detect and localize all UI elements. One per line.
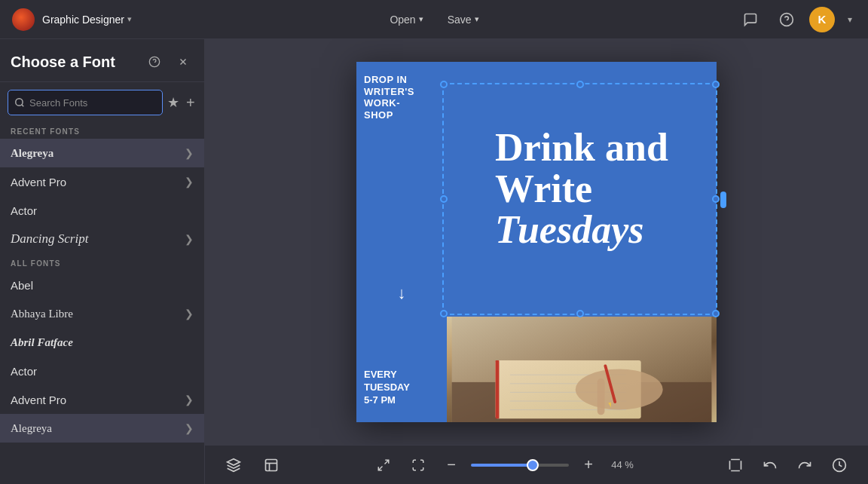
fit-page-button[interactable] xyxy=(370,452,397,479)
topbar: Graphic Designer ▾ Open ▾ Save ▾ K ▾ xyxy=(0,0,868,39)
chevron-right-icon: ❯ xyxy=(185,233,194,245)
font-item-advent-pro-all[interactable]: Advent Pro ❯ xyxy=(0,385,204,414)
font-name-label: Abril Fatface xyxy=(11,336,73,349)
help-circle-icon xyxy=(148,56,160,68)
topbar-center-actions: Open ▾ Save ▾ xyxy=(381,9,487,30)
layers-button[interactable] xyxy=(220,452,247,479)
comment-icon xyxy=(743,12,758,27)
history-button[interactable] xyxy=(826,452,853,479)
redo-button[interactable] xyxy=(791,452,818,479)
recent-fonts-label: RECENT FONTS xyxy=(0,121,204,139)
font-item-advent-pro-recent[interactable]: Advent Pro ❯ xyxy=(0,167,204,196)
poster-top-left-text: DROP INWRITER'SWORK-SHOP xyxy=(364,74,439,121)
main-area: Choose a Font ★ + RECENT xyxy=(0,39,868,484)
avatar-chevron-button[interactable]: ▾ xyxy=(844,6,856,33)
help-icon xyxy=(779,12,794,27)
font-item-abril-fatface[interactable]: Abril Fatface xyxy=(0,328,204,357)
poster-image xyxy=(447,317,717,422)
favorites-filter-button[interactable]: ★ xyxy=(167,90,180,115)
star-icon: ★ xyxy=(167,94,179,111)
font-item-actor-recent[interactable]: Actor xyxy=(0,196,204,225)
writing-scene-illustration xyxy=(447,317,717,422)
zoom-slider[interactable] xyxy=(471,464,569,467)
font-name-label: Abhaya Libre xyxy=(11,308,73,320)
svg-line-26 xyxy=(378,466,382,470)
layout-icon xyxy=(264,458,279,473)
font-name-label: Actor xyxy=(11,365,37,378)
font-name-label: Abel xyxy=(11,279,33,292)
sidebar-title: Choose a Font xyxy=(11,54,115,71)
fit-screen-button[interactable] xyxy=(722,452,749,479)
font-name-label: Advent Pro xyxy=(11,394,66,406)
svg-line-7 xyxy=(22,105,24,107)
app-logo xyxy=(12,8,35,31)
poster-down-arrow: ↓ xyxy=(364,283,439,309)
help-button[interactable] xyxy=(773,6,800,33)
poster-main-title: Drink andWriteTuesdays xyxy=(481,112,682,266)
close-icon xyxy=(178,57,188,67)
save-menu-button[interactable]: Save ▾ xyxy=(439,9,488,30)
topbar-right-actions: K ▾ xyxy=(737,6,856,33)
sidebar-header: Choose a Font xyxy=(0,39,204,82)
font-name-label: Alegreya xyxy=(11,422,52,435)
comments-button[interactable] xyxy=(737,6,764,33)
search-input[interactable] xyxy=(25,97,156,109)
app-name-chevron: ▾ xyxy=(127,14,132,24)
font-item-actor-all[interactable]: Actor xyxy=(0,357,204,385)
poster-bottom-left-text: EVERYTUESDAY5-7 PM xyxy=(364,369,439,407)
fullscreen-icon xyxy=(411,458,425,472)
selection-handle-tr[interactable] xyxy=(712,81,720,88)
sidebar-close-button[interactable] xyxy=(173,51,194,72)
undo-icon xyxy=(763,458,778,473)
svg-rect-22 xyxy=(266,459,277,470)
canvas-area[interactable]: DROP INWRITER'SWORK-SHOP ↓ Drink andWrit… xyxy=(205,39,868,484)
search-input-wrap xyxy=(8,90,163,115)
chevron-right-icon: ❯ xyxy=(185,422,194,434)
plus-icon: + xyxy=(186,94,195,112)
svg-rect-11 xyxy=(496,360,500,418)
zoom-in-button[interactable]: + xyxy=(576,453,601,477)
sidebar-help-button[interactable] xyxy=(144,51,165,72)
selection-handle-tm[interactable] xyxy=(576,81,584,88)
chevron-right-icon: ❯ xyxy=(185,176,194,188)
bottombar-center-zoom: − + 44 % xyxy=(370,452,637,479)
undo-button[interactable] xyxy=(756,452,784,479)
font-name-label: Dancing Script xyxy=(11,231,88,247)
user-avatar[interactable]: K xyxy=(809,7,835,32)
bottombar-left-tools xyxy=(220,452,285,479)
redo-icon xyxy=(797,458,812,473)
open-menu-button[interactable]: Open ▾ xyxy=(381,9,432,30)
poster-bottom-left-panel: EVERYTUESDAY5-7 PM xyxy=(356,317,447,422)
font-item-alegreya-recent[interactable]: Alegreya ❯ xyxy=(0,139,204,167)
chevron-right-icon: ❯ xyxy=(185,308,194,320)
font-item-abhaya-libre[interactable]: Abhaya Libre ❯ xyxy=(0,299,204,328)
font-picker-sidebar: Choose a Font ★ + RECENT xyxy=(0,39,205,484)
chevron-right-icon: ❯ xyxy=(185,394,194,406)
poster-canvas[interactable]: DROP INWRITER'SWORK-SHOP ↓ Drink andWrit… xyxy=(356,62,717,422)
layout-button[interactable] xyxy=(258,452,285,479)
font-item-abel[interactable]: Abel xyxy=(0,271,204,299)
zoom-slider-wrap xyxy=(471,464,569,467)
search-icon xyxy=(14,97,25,108)
selection-handle-mr[interactable] xyxy=(712,195,720,203)
add-font-button[interactable]: + xyxy=(185,90,197,115)
svg-marker-21 xyxy=(228,458,240,464)
poster-top-right-panel: Drink andWriteTuesdays xyxy=(447,62,717,317)
bottombar-right-tools xyxy=(722,452,853,479)
bottombar: − + 44 % xyxy=(205,445,868,484)
app-name-button[interactable]: Graphic Designer ▾ xyxy=(42,14,132,26)
layers-icon xyxy=(226,458,241,473)
fullscreen-button[interactable] xyxy=(405,452,432,479)
svg-rect-18 xyxy=(598,378,605,415)
app-name-label: Graphic Designer xyxy=(42,14,124,26)
font-search-bar: ★ + xyxy=(8,90,197,115)
svg-point-17 xyxy=(576,369,663,410)
font-list: RECENT FONTS Alegreya ❯ Advent Pro ❯ Act… xyxy=(0,121,204,484)
selection-mid-handle[interactable] xyxy=(720,191,726,208)
font-item-alegreya-all[interactable]: Alegreya ❯ xyxy=(0,414,204,443)
canvas-content: DROP INWRITER'SWORK-SHOP ↓ Drink andWrit… xyxy=(205,39,868,445)
all-fonts-label: ALL FONTS xyxy=(0,253,204,271)
poster-top-left-panel: DROP INWRITER'SWORK-SHOP ↓ xyxy=(356,62,447,317)
zoom-out-button[interactable]: − xyxy=(439,453,463,477)
font-item-dancing-script-recent[interactable]: Dancing Script ❯ xyxy=(0,225,204,253)
